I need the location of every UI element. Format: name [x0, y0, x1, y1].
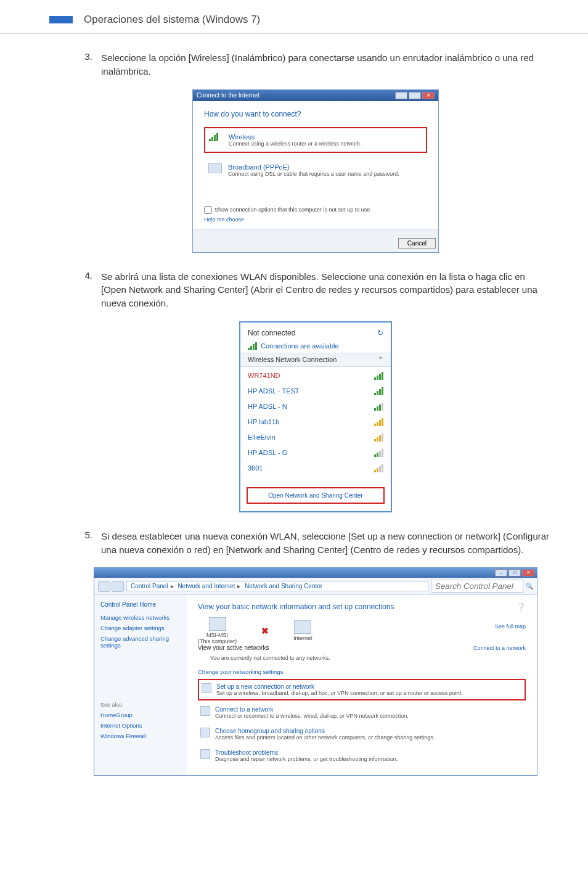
step-text: Seleccione la opción [Wireless] (Inalámb…: [101, 51, 551, 78]
help-me-choose-link[interactable]: Help me choose: [204, 216, 370, 223]
wlan-network-item[interactable]: HP lab11b: [248, 414, 383, 430]
task-desc: Diagnose and repair network problems, or…: [215, 756, 398, 762]
chevron-up-icon: ⌃: [378, 356, 383, 364]
wlan-available-label: Connections are available: [261, 342, 339, 350]
wlan-status: Not connected ↻: [248, 329, 383, 337]
homegroup-icon: [200, 728, 210, 737]
troubleshoot-icon: [200, 749, 210, 759]
internet-icon: [294, 620, 311, 634]
control-panel-home-link[interactable]: Control Panel Home: [100, 601, 181, 608]
wlan-network-item[interactable]: HP ADSL - TEST: [248, 384, 383, 399]
internet-label: Internet: [293, 635, 312, 641]
wlan-network-item[interactable]: WR741ND: [248, 368, 383, 384]
this-computer-sub: (This computer): [198, 638, 237, 644]
header-accent: [49, 16, 73, 23]
option-broadband-title: Broadband (PPPoE): [228, 163, 399, 171]
step-text: Se abrirá una lista de conexiones WLAN d…: [101, 270, 551, 310]
network-sharing-center-window: – □ ✕ Control Panel▸ Network and Interne…: [94, 567, 537, 776]
wlan-network-item[interactable]: HP ADSL - G: [248, 445, 383, 461]
wlan-network-item[interactable]: HP ADSL - N: [248, 399, 383, 414]
broadband-icon: [208, 163, 222, 173]
wlan-name: WR741ND: [248, 372, 280, 380]
minimize-button[interactable]: –: [395, 92, 407, 99]
forward-button[interactable]: [112, 581, 124, 592]
option-wireless[interactable]: Wireless Connect using a wireless router…: [204, 127, 427, 153]
this-computer-name: MSI-MSI: [198, 632, 237, 638]
wlan-section-label: Wireless Network Connection: [248, 356, 337, 364]
breadcrumb-leaf[interactable]: Network and Sharing Center: [245, 583, 322, 589]
open-network-sharing-center-link[interactable]: Open Network and Sharing Center: [247, 487, 385, 504]
step-text: Si desea establecer una nueva conexión W…: [101, 530, 551, 557]
task-title: Troubleshoot problems: [215, 749, 398, 756]
connect-to-network-link[interactable]: Connect to a network: [473, 645, 526, 651]
page-header: Operaciones del sistema (Windows 7): [0, 0, 588, 34]
breadcrumb-root[interactable]: Control Panel: [131, 583, 168, 589]
show-options-label: Show connection options that this comput…: [214, 207, 370, 213]
task-connect-network[interactable]: Connect to a network Connect or reconnec…: [198, 703, 526, 722]
option-broadband-desc: Connect using DSL or cable that requires…: [228, 171, 399, 177]
dialog-question: How do you want to connect?: [204, 110, 427, 118]
signal-icon: [374, 433, 383, 442]
option-wireless-desc: Connect using a wireless router or a wir…: [229, 141, 362, 147]
task-desc: Connect or reconnect to a wireless, wire…: [215, 713, 409, 719]
refresh-icon[interactable]: ↻: [377, 329, 383, 337]
show-options-checkbox[interactable]: Show connection options that this comput…: [204, 206, 370, 214]
breadcrumb-mid[interactable]: Network and Internet: [178, 583, 235, 589]
task-desc: Set up a wireless, broadband, dial-up, a…: [216, 690, 463, 696]
wlan-network-item[interactable]: EllieElvin: [248, 430, 383, 445]
sidebar-link[interactable]: Change advanced sharing settings: [100, 635, 181, 649]
step-4: 4. Se abrirá una lista de conexiones WLA…: [80, 270, 551, 310]
page-title: Operaciones del sistema (Windows 7): [84, 14, 260, 26]
option-broadband[interactable]: Broadband (PPPoE) Connect using DSL or c…: [204, 158, 427, 183]
breadcrumb[interactable]: Control Panel▸ Network and Internet▸ Net…: [126, 581, 428, 591]
wlan-available-row: Connections are available: [248, 342, 383, 350]
disconnected-icon: ✖: [261, 626, 269, 636]
sidebar-link[interactable]: Manage wireless networks: [100, 614, 181, 621]
signal-icon: [374, 403, 383, 411]
option-wireless-title: Wireless: [229, 133, 362, 141]
search-icon[interactable]: 🔍: [526, 583, 533, 589]
step-5: 5. Si desea establecer una nueva conexió…: [80, 530, 551, 557]
main-heading: View your basic network information and …: [198, 602, 526, 611]
signal-icon: [248, 342, 257, 350]
cancel-button[interactable]: Cancel: [398, 238, 436, 248]
see-full-map-link[interactable]: See full map: [198, 623, 526, 630]
wlan-section-header[interactable]: Wireless Network Connection ⌃: [240, 353, 391, 367]
wlan-name: HP ADSL - TEST: [248, 387, 300, 395]
wlan-network-item[interactable]: 3601: [248, 461, 383, 476]
back-button[interactable]: [98, 581, 110, 592]
dialog-title: Connect to the Internet: [197, 92, 259, 99]
close-button[interactable]: ✕: [422, 92, 435, 99]
task-troubleshoot[interactable]: Troubleshoot problems Diagnose and repai…: [198, 746, 526, 765]
task-title: Connect to a network: [215, 706, 409, 713]
signal-icon: [374, 372, 383, 380]
signal-icon: [374, 418, 383, 426]
help-icon[interactable]: ❔: [516, 602, 526, 612]
sidebar-link[interactable]: Internet Options: [100, 722, 181, 729]
step-number: 3.: [80, 51, 101, 78]
sidebar-link[interactable]: Windows Firewall: [100, 733, 181, 739]
step-number: 5.: [80, 530, 101, 557]
maximize-button[interactable]: □: [508, 569, 521, 577]
wlan-not-connected-label: Not connected: [248, 329, 295, 337]
task-homegroup[interactable]: Choose homegroup and sharing options Acc…: [198, 725, 526, 744]
setup-connection-icon: [202, 683, 211, 693]
show-options-input[interactable]: [204, 206, 212, 214]
task-title: Set up a new connection or network: [216, 683, 463, 690]
wlan-flyout: Not connected ↻ Connections are availabl…: [239, 321, 392, 512]
maximize-button[interactable]: □: [409, 92, 421, 99]
wlan-name: 3601: [248, 464, 263, 472]
sidebar-link[interactable]: Change adapter settings: [100, 625, 181, 631]
minimize-button[interactable]: –: [495, 569, 507, 577]
search-input[interactable]: [431, 580, 523, 593]
task-setup-connection[interactable]: Set up a new connection or network Set u…: [198, 679, 526, 700]
close-button[interactable]: ✕: [522, 569, 534, 577]
signal-icon: [374, 387, 383, 395]
connect-internet-dialog: Connect to the Internet – □ ✕ How do you…: [192, 89, 439, 253]
wlan-name: HP ADSL - G: [248, 449, 287, 457]
not-connected-message: You are currently not connected to any n…: [210, 655, 526, 661]
view-active-networks-label: View your active networks: [198, 644, 269, 651]
change-networking-settings-link[interactable]: Change your networking settings: [198, 668, 526, 675]
wireless-icon: [209, 133, 223, 143]
sidebar-link[interactable]: HomeGroup: [100, 712, 181, 718]
